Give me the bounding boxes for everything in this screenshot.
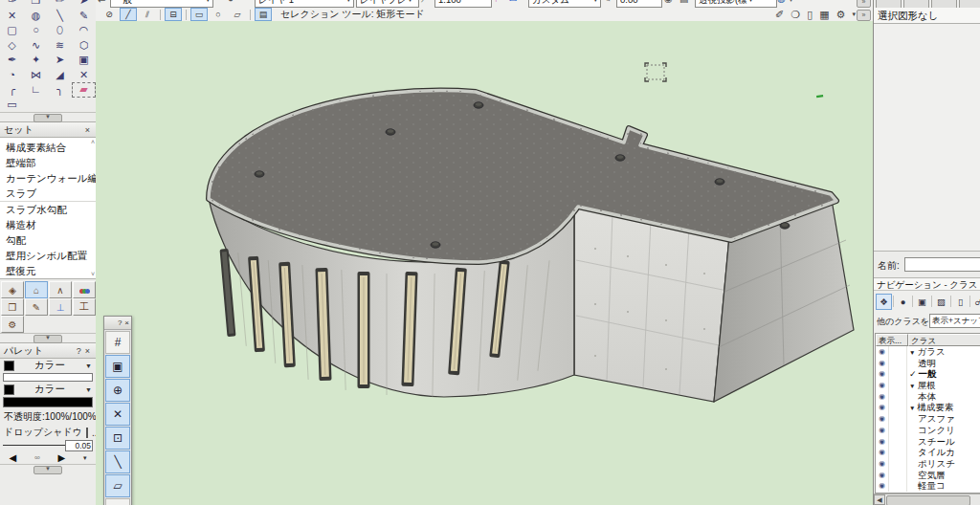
fill-swatch[interactable] <box>4 361 14 371</box>
sphere-tool-icon[interactable]: ◍ <box>24 9 48 24</box>
visibility-eye-icon[interactable]: ◉ <box>876 425 889 436</box>
visibility-eye-icon[interactable]: ◉ <box>876 447 889 458</box>
brush-tool-icon[interactable]: ✑ <box>0 0 24 9</box>
class-row[interactable]: ◉ ▼構成要素 <box>876 402 980 413</box>
set-command-item[interactable]: 構成要素結合 <box>0 140 96 155</box>
pen-swatch[interactable] <box>4 384 14 395</box>
scale-input[interactable]: 1:100 <box>434 0 492 8</box>
custom-view-dropdown[interactable]: カスタム▾ <box>528 0 601 8</box>
class-row[interactable]: ◉ タイルカ <box>876 447 980 458</box>
nav-reference-icon[interactable]: ☍ <box>971 294 980 310</box>
interactive-scaling-mode[interactable]: ⊟ <box>165 8 182 21</box>
single-object-mode[interactable]: ╱ <box>120 8 137 21</box>
snap-close-icon[interactable]: × <box>124 318 129 327</box>
arc-center-tool-icon[interactable]: ◔ <box>0 68 24 83</box>
rectangle-marquee-mode[interactable]: ▭ <box>190 8 208 21</box>
visibility-eye-icon[interactable]: ◉ <box>876 358 889 369</box>
visibility-eye-icon[interactable]: ◉ <box>876 391 889 403</box>
multiple-object-mode[interactable]: ⫽ <box>139 8 156 21</box>
eraser-tool-icon[interactable]: ▰ <box>72 82 96 98</box>
pencil-tool-icon[interactable]: ✏ <box>48 0 72 9</box>
line-weight-slider[interactable]: 0.05 <box>3 439 93 451</box>
toolset-beam-icon[interactable]: 工 <box>73 298 96 316</box>
toolset-3d-shapes-icon[interactable] <box>73 281 96 298</box>
modebar-overflow-button[interactable]: » <box>857 10 871 21</box>
scroll-up-icon[interactable]: ˄ <box>91 139 95 145</box>
active-layer-dropdown[interactable]: レイヤ 1▾ <box>255 0 354 8</box>
visibility-eye-icon[interactable]: ◉ <box>876 402 889 413</box>
link-icon[interactable]: ∞ <box>34 453 40 462</box>
visibility-eye-icon[interactable]: ◉ <box>876 346 889 358</box>
cube-tool-icon[interactable]: ❒ <box>24 0 48 9</box>
ellipse-tool-icon[interactable]: ⬯ <box>48 23 72 38</box>
active-class-dropdown[interactable]: 一般▾ <box>110 0 213 8</box>
polyline-tool-icon[interactable]: ∿ <box>24 38 48 54</box>
set-command-item[interactable]: 勾配 <box>0 232 96 248</box>
toolset-pipe-icon[interactable]: ⊥ <box>49 298 72 316</box>
snap-edge-icon[interactable]: ▱ <box>105 474 130 497</box>
nav-saved-view-icon[interactable]: ▯ <box>952 294 969 310</box>
visibility-eye-icon[interactable]: ◉ <box>876 470 889 481</box>
class-row[interactable]: ◉ 本体 <box>876 391 980 403</box>
render-sphere-icon[interactable]: ● <box>228 0 234 6</box>
prev-arrow-icon[interactable]: ◀ <box>9 452 16 463</box>
class-row[interactable]: ◉ ▼ガラス <box>876 346 980 358</box>
snap-tangent-icon[interactable]: ✎ <box>105 498 130 505</box>
nav-design-layer-icon[interactable]: ● <box>895 294 911 310</box>
nav-class-icon[interactable]: ❖ <box>876 294 892 310</box>
scrollbar-thumb[interactable] <box>886 495 970 505</box>
slit-window[interactable] <box>358 272 370 388</box>
hexagon-tool-icon[interactable]: ⬡ <box>72 38 96 54</box>
lasso-marquee-mode[interactable]: ○ <box>210 8 227 21</box>
envelope-icon[interactable]: ✉ <box>509 0 517 6</box>
toolset-plane-icon[interactable]: ◈ <box>1 281 24 298</box>
toolset-building-icon[interactable]: ⌂ <box>25 281 48 298</box>
freeform-tool-icon[interactable]: ≋ <box>48 38 72 54</box>
class-row[interactable]: ◉ 空気層 <box>876 470 980 481</box>
delete-tool-icon[interactable]: ✕ <box>0 9 24 24</box>
fill-caret-icon[interactable]: ▼ <box>85 362 92 369</box>
cross-tool-icon[interactable]: ✕ <box>72 68 96 83</box>
wand-tool-icon[interactable]: ✦ <box>24 53 48 68</box>
snap-help-icon[interactable]: ? <box>118 318 122 327</box>
class-row[interactable]: ◉ スチール <box>876 436 980 448</box>
snap-grid-icon[interactable]: # <box>105 331 130 354</box>
visibility-eye-icon[interactable]: ◉ <box>876 480 889 492</box>
class-row[interactable]: ◉ ポリスチ <box>876 458 980 470</box>
class-row[interactable]: ◉ ▼屋根 <box>876 380 980 391</box>
globe-caret-icon[interactable]: ▾ <box>789 0 793 6</box>
fill-style-label[interactable]: カラー <box>14 359 85 372</box>
set-command-item[interactable]: 構造材 <box>0 217 96 232</box>
corner-tool-icon[interactable]: ╮ <box>48 82 72 98</box>
class-row[interactable]: ◉ 軽量コ <box>876 480 980 492</box>
panels-icon[interactable]: ▤ <box>679 0 688 6</box>
snap-intersection-icon[interactable]: ✕ <box>105 403 130 426</box>
visibility-eye-icon[interactable]: ◉ <box>876 436 889 448</box>
tool-palette-collapse-bar[interactable]: ▼ <box>0 112 96 121</box>
grid-icon[interactable]: ▦ <box>819 9 829 21</box>
mirror-tool-icon[interactable]: ⋈ <box>24 68 48 83</box>
set-command-item[interactable]: スラブ水勾配 <box>0 202 96 217</box>
next-arrow-icon[interactable]: ▶ <box>58 452 66 463</box>
view-bar-icon[interactable]: ⇄ <box>98 0 105 6</box>
name-input[interactable] <box>904 257 980 272</box>
toolset-machine-icon[interactable]: ⚙ <box>1 316 24 333</box>
column-visibility[interactable]: 表示... <box>876 334 908 346</box>
circle-tool-icon[interactable]: ○ <box>24 23 48 38</box>
select-similar-tool-icon[interactable]: ➤ <box>48 53 72 68</box>
class-row[interactable]: ◉ ✓一般 <box>876 368 980 380</box>
column-class[interactable]: クラス <box>908 334 980 346</box>
visibility-eye-icon[interactable]: ◉ <box>876 458 889 470</box>
disable-interactive-mode[interactable]: ⊘ <box>100 8 118 21</box>
cursor-tool-icon[interactable]: ➤ <box>72 0 96 9</box>
set-command-item[interactable]: スラブ <box>0 186 96 202</box>
toolset-box-icon[interactable]: ❒ <box>1 298 24 316</box>
nav-viewport-icon[interactable]: ▨ <box>933 294 949 310</box>
expand-arrow-icon[interactable]: ▼ <box>909 383 915 389</box>
line-tool-icon[interactable]: ╲ <box>48 9 72 24</box>
layer-options-checkbox[interactable]: ▫ <box>243 0 247 6</box>
scroll-left-icon[interactable]: ◀ <box>874 494 885 505</box>
gear-caret-icon[interactable]: ▾ <box>852 11 856 18</box>
chamfer-tool-icon[interactable]: ∟ <box>24 82 48 98</box>
attribute-palette-close-icon[interactable]: × <box>83 346 92 356</box>
